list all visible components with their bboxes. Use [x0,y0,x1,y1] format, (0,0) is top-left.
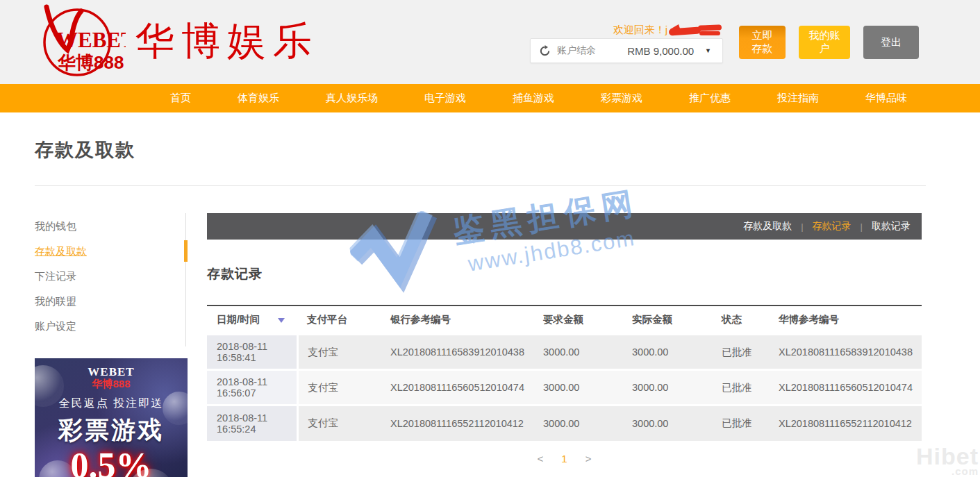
promo-banner[interactable]: WEBET 华博888 全民返点 投注即送 彩票游戏 0.5% [35,358,188,477]
webet-logo-icon: WEBET 华博888 [31,4,126,79]
redaction-scribble-icon [669,23,723,37]
tab-withdraw-records[interactable]: 取款记录 [872,220,911,233]
pagination: < 1 > [207,453,922,465]
table-header-row: 日期/时间 支付平台 银行参考编号 要求金额 实际金额 状态 华博参考编号 [207,306,922,335]
logo-title: 华博娱乐 [135,15,319,68]
pagination-page-1[interactable]: 1 [561,453,567,465]
tab-deposit-records[interactable]: 存款记录 [813,220,852,233]
cell-datetime: 2018-08-11 16:56:07 [207,370,297,405]
welcome-message: 欢迎回来！j [530,23,723,37]
cell-requested: 3000.00 [533,335,622,370]
cell-huabo-ref: XL2018081116552112010412 [769,405,922,441]
sidebar-item-bet-records[interactable]: 下注记录 [35,265,185,289]
tab-separator: | [801,221,803,232]
table-row: 2018-08-11 16:56:07 支付宝 XL20180811165605… [207,370,922,405]
table-row: 2018-08-11 16:55:24 支付宝 XL20180811165521… [207,405,922,441]
section-title: 存款记录 [207,265,922,283]
sidebar-item-my-affiliate[interactable]: 我的联盟 [35,290,185,314]
col-requested-amount[interactable]: 要求金额 [533,306,622,335]
col-platform[interactable]: 支付平台 [297,306,381,335]
cell-bank-ref: XL2018081116583912010438 [381,335,533,370]
col-actual-amount[interactable]: 实际金额 [622,306,712,335]
main-nav: 首页 体育娱乐 真人娱乐场 电子游戏 捕鱼游戏 彩票游戏 推广优惠 投注指南 华… [0,84,980,112]
cell-platform: 支付宝 [297,405,381,441]
my-account-button[interactable]: 我的账户 [799,26,850,59]
account-area: 欢迎回来！j 账户结余 RMB 9,000.00 ▼ [530,23,723,63]
nav-item-lottery[interactable]: 彩票游戏 [601,92,642,105]
pagination-next[interactable]: > [585,453,592,465]
nav-item-huabo-taste[interactable]: 华博品味 [865,92,907,105]
cell-platform: 支付宝 [297,370,381,405]
sidebar-item-wallet[interactable]: 我的钱包 [35,215,185,239]
cell-actual: 3000.00 [622,370,712,405]
cell-requested: 3000.00 [533,370,622,405]
cell-status: 已批准 [712,405,769,441]
col-datetime[interactable]: 日期/时间 [207,306,297,335]
record-tabbar: 存款及取款 | 存款记录 | 取款记录 [207,213,922,240]
nav-item-slots[interactable]: 电子游戏 [424,92,466,105]
sort-desc-icon[interactable] [278,318,285,323]
page-title: 存款及取款 [35,137,980,162]
balance-value: RMB 9,000.00 [627,45,694,57]
tab-deposit-withdraw[interactable]: 存款及取款 [743,220,792,233]
deposit-now-button[interactable]: 立即存款 [739,26,786,59]
chevron-down-icon[interactable]: ▼ [705,47,711,54]
nav-item-sports[interactable]: 体育娱乐 [238,92,279,105]
pagination-prev[interactable]: < [538,453,544,465]
col-bank-ref[interactable]: 银行参考编号 [381,306,533,335]
cell-datetime: 2018-08-11 16:55:24 [207,405,297,441]
tab-separator: | [861,221,863,232]
col-huabo-ref[interactable]: 华博参考编号 [769,306,922,335]
cell-huabo-ref: XL2018081116560512010474 [769,370,922,405]
cell-requested: 3000.00 [533,405,622,441]
page-head: 存款及取款 [0,112,980,162]
cell-status: 已批准 [712,335,769,370]
svg-text:WEBET: WEBET [56,28,126,52]
logo-sub-text: 华博888 [57,52,124,73]
nav-item-live-casino[interactable]: 真人娱乐场 [326,92,378,105]
deposit-records-table: 日期/时间 支付平台 银行参考编号 要求金额 实际金额 状态 华博参考编号 20… [207,305,922,441]
nav-item-promotions[interactable]: 推广优惠 [689,92,731,105]
refresh-icon[interactable] [539,45,551,57]
sidebar-item-account-settings[interactable]: 账户设定 [35,315,185,339]
sidebar-item-deposit-withdraw[interactable]: 存款及取款 [35,240,185,264]
cell-platform: 支付宝 [297,335,381,370]
cell-huabo-ref: XL2018081116583912010438 [769,335,922,370]
sidebar-menu: 我的钱包 存款及取款 下注记录 我的联盟 账户设定 [35,213,186,346]
main-content: 存款及取款 | 存款记录 | 取款记录 存款记录 日期/时间 支付平台 银行参考… [207,213,922,465]
site-logo[interactable]: WEBET 华博888 华博娱乐 [31,4,319,79]
welcome-text: 欢迎回来！j [613,24,667,37]
logout-button[interactable]: 登出 [863,26,919,59]
cell-actual: 3000.00 [622,335,712,370]
cell-status: 已批准 [712,370,769,405]
header-buttons: 立即存款 我的账户 登出 [739,26,919,59]
nav-item-home[interactable]: 首页 [170,92,191,105]
balance-box[interactable]: 账户结余 RMB 9,000.00 ▼ [530,38,723,63]
site-header: WEBET 华博888 华博娱乐 欢迎回来！j 账户结余 RMB 9,00 [0,0,980,84]
banner-title: 彩票游戏 [35,414,188,446]
cell-bank-ref: XL2018081116560512010474 [381,370,533,405]
nav-item-fishing[interactable]: 捕鱼游戏 [513,92,554,105]
cell-actual: 3000.00 [622,405,712,441]
table-row: 2018-08-11 16:58:41 支付宝 XL20180811165839… [207,335,922,370]
cell-datetime: 2018-08-11 16:58:41 [207,335,297,370]
col-status[interactable]: 状态 [712,306,769,335]
sidebar: 我的钱包 存款及取款 下注记录 我的联盟 账户设定 WEBET 华博888 全民… [35,213,186,477]
cell-bank-ref: XL2018081116552112010412 [381,405,533,441]
nav-item-betting-guide[interactable]: 投注指南 [777,92,819,105]
balance-label: 账户结余 [557,44,596,57]
